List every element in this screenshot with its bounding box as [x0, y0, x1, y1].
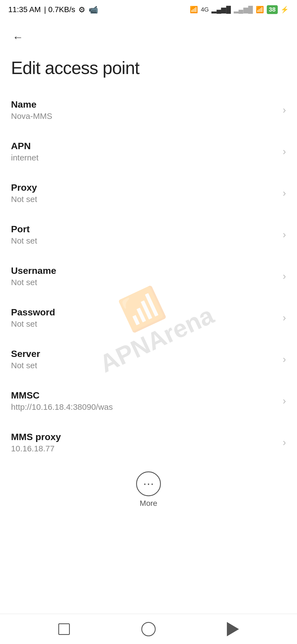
item-label-apn: APN	[11, 141, 277, 151]
settings-icon: ⚙	[78, 5, 85, 14]
item-value-apn: internet	[11, 153, 277, 162]
time-display: 11:35 AM	[8, 5, 41, 14]
more-section[interactable]: ⋯ More	[0, 463, 297, 513]
item-value-name: Nova-MMS	[11, 111, 277, 121]
settings-item-apn[interactable]: APN internet ›	[0, 131, 297, 172]
square-icon	[58, 623, 70, 635]
back-arrow-icon: ←	[12, 31, 23, 43]
item-content-mms-proxy: MMS proxy 10.16.18.77	[11, 432, 277, 453]
speed-display: | 0.7KB/s	[44, 5, 75, 14]
settings-item-server[interactable]: Server Not set ›	[0, 339, 297, 380]
item-label-mms-proxy: MMS proxy	[11, 432, 277, 442]
chevron-icon-proxy: ›	[283, 187, 286, 199]
item-value-port: Not set	[11, 236, 277, 245]
chevron-icon-apn: ›	[283, 146, 286, 157]
item-content-server: Server Not set	[11, 348, 277, 370]
back-button[interactable]: ←	[8, 28, 28, 47]
lightning-icon: ⚡	[280, 6, 289, 13]
item-content-port: Port Not set	[11, 224, 277, 245]
back-nav-button[interactable]	[222, 618, 244, 640]
item-value-mmsc: http://10.16.18.4:38090/was	[11, 402, 277, 412]
chevron-icon-password: ›	[283, 312, 286, 324]
item-label-proxy: Proxy	[11, 182, 277, 193]
status-left: 11:35 AM | 0.7KB/s ⚙ 📹	[8, 5, 98, 14]
bluetooth-icon: 📶	[190, 6, 198, 13]
chevron-icon-mmsc: ›	[283, 395, 286, 407]
settings-item-username[interactable]: Username Not set ›	[0, 255, 297, 297]
item-value-mms-proxy: 10.16.18.77	[11, 444, 277, 453]
item-label-port: Port	[11, 224, 277, 234]
signal-4g-icon: 4G	[201, 6, 209, 13]
settings-item-proxy[interactable]: Proxy Not set ›	[0, 172, 297, 214]
item-value-password: Not set	[11, 319, 277, 329]
circle-icon	[141, 622, 156, 636]
item-content-username: Username Not set	[11, 265, 277, 287]
item-content-password: Password Not set	[11, 307, 277, 329]
battery-icon: 38	[267, 5, 278, 14]
chevron-icon-username: ›	[283, 271, 286, 282]
bottom-nav	[0, 614, 297, 644]
item-label-password: Password	[11, 307, 277, 318]
settings-item-mms-proxy[interactable]: MMS proxy 10.16.18.77 ›	[0, 422, 297, 463]
settings-item-port[interactable]: Port Not set ›	[0, 214, 297, 255]
chevron-icon-mms-proxy: ›	[283, 437, 286, 448]
settings-item-name[interactable]: Name Nova-MMS ›	[0, 89, 297, 131]
item-value-server: Not set	[11, 361, 277, 370]
item-label-name: Name	[11, 99, 277, 110]
more-button[interactable]: ⋯	[136, 471, 161, 496]
item-content-mmsc: MMSC http://10.16.18.4:38090/was	[11, 390, 277, 412]
status-right: 📶 4G ▂▄▆█ ▂▄▆█ 📶 38 ⚡	[190, 5, 289, 14]
home-button[interactable]	[138, 618, 160, 640]
settings-list: Name Nova-MMS › APN internet › Proxy Not…	[0, 89, 297, 463]
chevron-icon-name: ›	[283, 104, 286, 116]
item-label-username: Username	[11, 265, 277, 276]
page-title: Edit access point	[0, 52, 297, 89]
triangle-icon	[227, 622, 239, 636]
video-icon: 📹	[89, 5, 98, 14]
settings-item-mmsc[interactable]: MMSC http://10.16.18.4:38090/was ›	[0, 380, 297, 422]
item-label-mmsc: MMSC	[11, 390, 277, 401]
chevron-icon-port: ›	[283, 229, 286, 241]
status-bar: 11:35 AM | 0.7KB/s ⚙ 📹 📶 4G ▂▄▆█ ▂▄▆█ 📶 …	[0, 0, 297, 19]
signal-bars2-icon: ▂▄▆█	[234, 6, 253, 13]
signal-bars-icon: ▂▄▆█	[211, 6, 231, 13]
chevron-icon-server: ›	[283, 354, 286, 365]
more-label: More	[140, 499, 157, 508]
item-content-name: Name Nova-MMS	[11, 99, 277, 121]
item-content-proxy: Proxy Not set	[11, 182, 277, 204]
item-value-username: Not set	[11, 278, 277, 287]
recent-apps-button[interactable]	[53, 618, 75, 640]
back-area[interactable]: ←	[0, 19, 297, 52]
item-value-proxy: Not set	[11, 195, 277, 204]
more-dots-icon: ⋯	[143, 477, 154, 490]
item-content-apn: APN internet	[11, 141, 277, 162]
wifi-icon: 📶	[256, 6, 264, 13]
item-label-server: Server	[11, 348, 277, 359]
settings-item-password[interactable]: Password Not set ›	[0, 297, 297, 339]
